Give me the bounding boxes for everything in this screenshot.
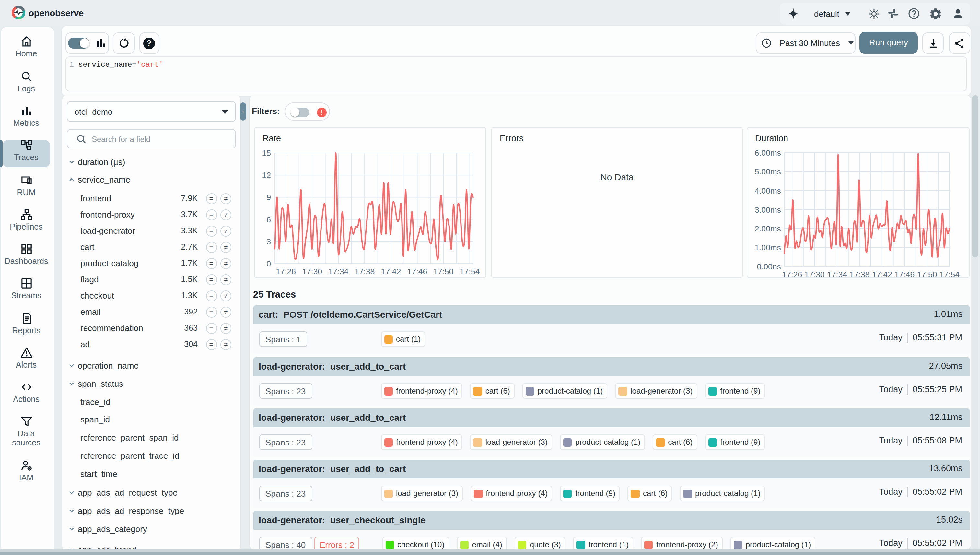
svg-text:4.00ms: 4.00ms	[755, 186, 781, 195]
svg-text:17:42: 17:42	[872, 270, 892, 277]
svg-text:1.00ms: 1.00ms	[755, 243, 781, 252]
svg-text:17:54: 17:54	[940, 270, 959, 277]
svg-text:17:46: 17:46	[407, 267, 427, 276]
svg-text:17:54: 17:54	[460, 267, 480, 276]
svg-text:17:38: 17:38	[849, 270, 870, 277]
svg-text:6: 6	[266, 215, 271, 224]
svg-text:6.00ms: 6.00ms	[755, 149, 781, 157]
svg-text:17:30: 17:30	[302, 267, 322, 276]
svg-text:15: 15	[262, 149, 271, 157]
svg-text:17:34: 17:34	[827, 270, 847, 277]
svg-text:17:50: 17:50	[433, 267, 453, 276]
svg-text:17:26: 17:26	[782, 270, 802, 277]
svg-text:12: 12	[262, 171, 271, 180]
svg-text:3: 3	[266, 237, 271, 246]
svg-text:2.00ms: 2.00ms	[755, 225, 781, 233]
svg-text:0.00ns: 0.00ns	[757, 262, 781, 271]
svg-text:17:42: 17:42	[381, 267, 401, 276]
svg-text:17:38: 17:38	[354, 267, 375, 276]
svg-text:0: 0	[266, 259, 271, 268]
svg-text:17:26: 17:26	[276, 267, 296, 276]
svg-text:17:34: 17:34	[328, 267, 348, 276]
svg-text:5.00ms: 5.00ms	[755, 167, 781, 176]
svg-text:17:30: 17:30	[805, 270, 825, 277]
svg-text:17:46: 17:46	[894, 270, 914, 277]
svg-text:3.00ms: 3.00ms	[755, 205, 781, 214]
svg-text:17:50: 17:50	[917, 270, 937, 277]
svg-text:9: 9	[266, 193, 271, 202]
